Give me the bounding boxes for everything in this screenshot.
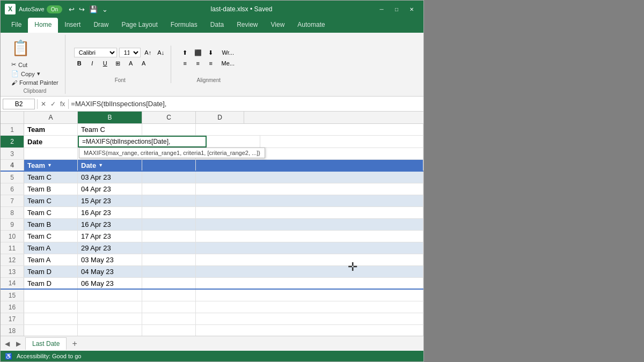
wrap-text-button[interactable]: Wr...: [218, 48, 238, 57]
cell-b7[interactable]: 15 Apr 23: [78, 195, 142, 206]
copy-button[interactable]: 📄 Copy ▾: [9, 69, 42, 78]
cell-d15[interactable]: [196, 290, 423, 301]
cell-b10[interactable]: 17 Apr 23: [78, 231, 142, 242]
cell-c14[interactable]: [142, 278, 196, 289]
cell-a2[interactable]: Date: [24, 136, 78, 147]
cell-a10[interactable]: Team C: [24, 231, 78, 242]
cell-c7[interactable]: [142, 195, 196, 206]
cell-a11[interactable]: Team A: [24, 242, 78, 254]
cell-b12[interactable]: 03 May 23: [78, 254, 142, 265]
more-icon[interactable]: ⌄: [101, 4, 109, 14]
italic-button[interactable]: I: [87, 58, 98, 68]
font-size-select[interactable]: 11: [119, 48, 141, 57]
cell-a8[interactable]: Team C: [24, 207, 78, 218]
cell-d5[interactable]: [196, 172, 423, 183]
minimize-button[interactable]: ─: [374, 4, 389, 14]
align-top-button[interactable]: ⬆: [180, 48, 191, 57]
bold-button[interactable]: B: [74, 58, 85, 68]
cell-c1[interactable]: [142, 124, 196, 135]
cell-b3[interactable]: [78, 148, 142, 159]
sheet-tab-last-date[interactable]: Last Date: [25, 337, 67, 350]
cell-c9[interactable]: [142, 219, 196, 230]
cell-c18[interactable]: [142, 325, 196, 336]
cell-c11[interactable]: [142, 242, 196, 254]
cell-c8[interactable]: [142, 207, 196, 218]
cell-b4[interactable]: Date ▼: [78, 160, 142, 171]
align-center-button[interactable]: ≡: [193, 58, 203, 68]
cell-d9[interactable]: [196, 219, 423, 230]
filter-icon-a4[interactable]: ▼: [47, 162, 52, 168]
cell-b11[interactable]: 29 Apr 23: [78, 242, 142, 254]
tab-review[interactable]: Review: [230, 18, 264, 33]
cell-d14[interactable]: [196, 278, 423, 289]
cell-a17[interactable]: [24, 313, 78, 324]
cell-b14[interactable]: 06 May 23: [78, 278, 142, 289]
increase-font-button[interactable]: A↑: [143, 48, 153, 57]
filter-icon-b4[interactable]: ▼: [98, 162, 103, 168]
cell-a14[interactable]: Team D: [24, 278, 78, 289]
cell-b5[interactable]: 03 Apr 23: [78, 172, 142, 183]
undo-icon[interactable]: ↩: [68, 4, 76, 14]
cell-a9[interactable]: Team B: [24, 219, 78, 230]
formula-input[interactable]: [71, 100, 421, 108]
cell-c6[interactable]: [142, 183, 196, 195]
redo-icon[interactable]: ↪: [78, 4, 86, 14]
tab-view[interactable]: View: [265, 18, 291, 33]
cell-a1[interactable]: Team: [24, 124, 78, 135]
paste-button[interactable]: 📋: [9, 37, 32, 59]
tab-page-layout[interactable]: Page Layout: [115, 18, 164, 33]
sheet-nav-right[interactable]: ▶: [14, 339, 23, 349]
tab-home[interactable]: Home: [28, 18, 58, 33]
fill-color-button[interactable]: A: [126, 58, 136, 68]
sheet-nav-left[interactable]: ◀: [3, 339, 12, 349]
cell-c12[interactable]: [142, 254, 196, 265]
merge-button[interactable]: Me...: [218, 58, 238, 68]
cell-a7[interactable]: Team C: [24, 195, 78, 206]
cell-d3[interactable]: [196, 148, 423, 159]
cell-a12[interactable]: Team A: [24, 254, 78, 265]
cell-a3[interactable]: [24, 148, 78, 159]
cell-b1[interactable]: Team C: [78, 124, 142, 135]
cell-b13[interactable]: 04 May 23: [78, 266, 142, 277]
save-icon[interactable]: 💾: [88, 4, 99, 14]
cell-a13[interactable]: Team D: [24, 266, 78, 277]
cancel-formula-icon[interactable]: ✕: [40, 100, 47, 108]
col-header-d[interactable]: D: [196, 112, 244, 123]
confirm-formula-icon[interactable]: ✓: [49, 100, 57, 108]
cell-d6[interactable]: [196, 183, 423, 195]
autosave-toggle[interactable]: On: [47, 5, 62, 13]
cell-a4[interactable]: Team ▼: [24, 160, 78, 171]
name-box[interactable]: [3, 99, 35, 109]
align-left-button[interactable]: ≡: [180, 58, 191, 68]
cell-b9[interactable]: 16 Apr 23: [78, 219, 142, 230]
cell-a15[interactable]: [24, 290, 78, 301]
cell-d12[interactable]: [196, 254, 423, 265]
cell-d10[interactable]: [196, 231, 423, 242]
cell-c10[interactable]: [142, 231, 196, 242]
tab-formulas[interactable]: Formulas: [164, 18, 204, 33]
decrease-font-button[interactable]: A↓: [156, 48, 166, 57]
tab-insert[interactable]: Insert: [58, 18, 87, 33]
cell-b6[interactable]: 04 Apr 23: [78, 183, 142, 195]
cell-d4[interactable]: [196, 160, 423, 171]
cell-d13[interactable]: [196, 266, 423, 277]
cell-b15[interactable]: [78, 290, 142, 301]
cell-d11[interactable]: [196, 242, 423, 254]
cell-b18[interactable]: [78, 325, 142, 336]
add-sheet-button[interactable]: +: [69, 339, 80, 349]
cell-b17[interactable]: [78, 313, 142, 324]
cell-c2[interactable]: [207, 136, 260, 147]
cell-a18[interactable]: [24, 325, 78, 336]
cell-b16[interactable]: [78, 301, 142, 313]
cell-c16[interactable]: [142, 301, 196, 313]
cell-b8[interactable]: 16 Apr 23: [78, 207, 142, 218]
cell-c3[interactable]: [142, 148, 196, 159]
cell-a5[interactable]: Team C: [24, 172, 78, 183]
cell-a16[interactable]: [24, 301, 78, 313]
col-header-c[interactable]: C: [142, 112, 196, 123]
tab-data[interactable]: Data: [204, 18, 230, 33]
cell-c17[interactable]: [142, 313, 196, 324]
cell-b2[interactable]: =MAXIFS(tblInspections[Date], MAXIFS(max…: [78, 136, 207, 147]
border-button[interactable]: ⊞: [113, 58, 123, 68]
font-family-select[interactable]: Calibri: [74, 48, 117, 57]
